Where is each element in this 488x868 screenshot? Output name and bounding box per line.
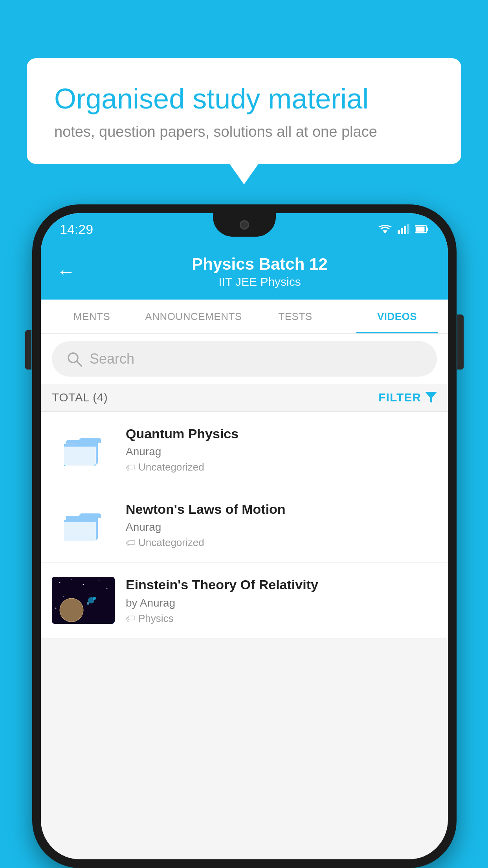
tab-videos[interactable]: VIDEOS — [346, 300, 448, 333]
phone-mockup: 14:29 — [32, 204, 457, 868]
svg-point-19 — [71, 579, 72, 580]
tag-label: Physics — [138, 612, 174, 625]
status-time: 14:29 — [60, 222, 93, 237]
app-header: ← Physics Batch 12 IIT JEE Physics — [41, 245, 448, 300]
back-button[interactable]: ← — [57, 262, 75, 281]
phone-screen: 14:29 — [41, 213, 448, 859]
svg-point-29 — [87, 602, 89, 605]
total-count: TOTAL (4) — [52, 391, 108, 404]
header-title-group: Physics Batch 12 IIT JEE Physics — [87, 255, 432, 289]
speech-bubble-subtitle: notes, question papers, solutions all at… — [54, 123, 434, 140]
search-bar[interactable]: Search — [52, 341, 437, 377]
list-item[interactable]: Quantum Physics Anurag 🏷 Uncategorized — [41, 412, 448, 487]
tab-announcements[interactable]: ANNOUNCEMENTS — [143, 300, 244, 333]
list-item[interactable]: Einstein's Theory Of Relativity by Anura… — [41, 563, 448, 638]
tab-tests[interactable]: TESTS — [244, 300, 346, 333]
video-info: Newton's Laws of Motion Anurag 🏷 Uncateg… — [126, 500, 437, 549]
svg-rect-14 — [64, 444, 96, 466]
tag-label: Uncategorized — [138, 537, 204, 549]
video-author: by Anurag — [126, 597, 437, 609]
svg-point-21 — [99, 580, 99, 581]
svg-rect-17 — [52, 577, 115, 624]
phone-outer-shell: 14:29 — [32, 204, 457, 868]
video-tag: 🏷 Physics — [126, 612, 437, 625]
filter-icon — [425, 392, 437, 403]
folder-icon-wrap — [52, 501, 115, 548]
svg-point-23 — [63, 596, 64, 597]
list-item[interactable]: Newton's Laws of Motion Anurag 🏷 Uncateg… — [41, 487, 448, 563]
video-info: Quantum Physics Anurag 🏷 Uncategorized — [126, 425, 437, 473]
svg-rect-16 — [64, 520, 96, 541]
svg-rect-1 — [398, 230, 400, 234]
tag-icon: 🏷 — [126, 613, 135, 624]
filter-row: TOTAL (4) FILTER — [41, 384, 448, 412]
svg-point-22 — [106, 588, 108, 589]
video-title: Quantum Physics — [126, 425, 437, 442]
phone-notch — [213, 213, 276, 237]
video-thumbnail — [52, 577, 115, 624]
svg-point-20 — [83, 584, 84, 585]
header-title: Physics Batch 12 — [87, 255, 432, 274]
tag-icon: 🏷 — [126, 462, 135, 473]
svg-rect-4 — [407, 224, 409, 234]
signal-icon — [398, 224, 409, 234]
filter-label: FILTER — [378, 391, 421, 404]
svg-rect-2 — [401, 228, 403, 234]
video-tag: 🏷 Uncategorized — [126, 537, 437, 549]
status-bar: 14:29 — [41, 213, 448, 245]
svg-rect-6 — [427, 228, 428, 231]
svg-marker-10 — [425, 392, 437, 403]
folder-icon — [64, 430, 103, 469]
svg-point-28 — [93, 597, 96, 600]
tabs-bar: MENTS ANNOUNCEMENTS TESTS VIDEOS — [41, 300, 448, 334]
search-placeholder: Search — [90, 351, 134, 367]
battery-icon — [415, 225, 429, 234]
svg-rect-7 — [416, 227, 425, 232]
camera-lens — [240, 220, 249, 230]
folder-icon-wrap — [52, 426, 115, 473]
video-author: Anurag — [126, 445, 437, 458]
search-container: Search — [41, 334, 448, 384]
tag-label: Uncategorized — [138, 461, 204, 473]
speech-bubble-title: Organised study material — [54, 82, 434, 116]
folder-icon — [64, 505, 103, 544]
video-info: Einstein's Theory Of Relativity by Anura… — [126, 576, 437, 624]
tag-icon: 🏷 — [126, 537, 135, 548]
video-author: Anurag — [126, 521, 437, 533]
speech-bubble: Organised study material notes, question… — [27, 58, 461, 164]
svg-line-9 — [77, 361, 81, 366]
video-title: Einstein's Theory Of Relativity — [126, 576, 437, 593]
search-icon — [66, 351, 83, 367]
svg-point-18 — [59, 582, 61, 583]
svg-marker-0 — [383, 230, 387, 234]
wifi-icon — [378, 224, 392, 234]
filter-button[interactable]: FILTER — [378, 391, 437, 404]
svg-rect-3 — [404, 226, 406, 234]
status-icons — [378, 224, 429, 234]
thumbnail-background — [52, 577, 115, 624]
video-title: Newton's Laws of Motion — [126, 500, 437, 518]
speech-bubble-container: Organised study material notes, question… — [27, 58, 461, 164]
svg-point-24 — [55, 607, 57, 609]
video-list: Quantum Physics Anurag 🏷 Uncategorized — [41, 412, 448, 638]
tab-ments[interactable]: MENTS — [41, 300, 143, 333]
header-subtitle: IIT JEE Physics — [87, 275, 432, 289]
space-bg — [52, 577, 115, 624]
video-tag: 🏷 Uncategorized — [126, 461, 437, 473]
